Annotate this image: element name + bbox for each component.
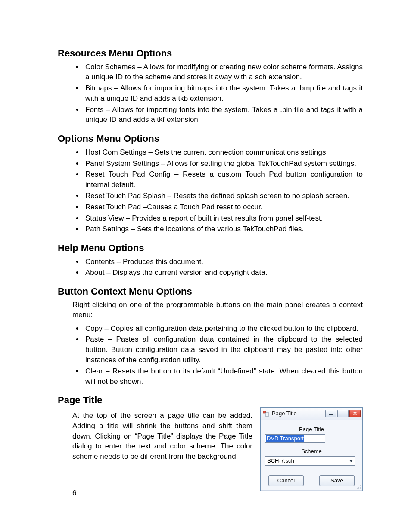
list-item: Reset Touch Pad Splash – Resets the defi… (72, 191, 363, 201)
svg-point-2 (360, 485, 361, 486)
list-item: Panel System Settings – Allows for setti… (72, 159, 363, 169)
page-title-input[interactable]: DVD Transport (265, 434, 325, 443)
scheme-combobox[interactable]: SCH-7.sch (265, 456, 355, 466)
svg-point-6 (358, 488, 359, 489)
list-options: Host Com Settings – Sets the current con… (72, 147, 363, 234)
section-resources: Resources Menu Options Color Schemes – A… (58, 47, 363, 125)
resize-grip-icon[interactable] (356, 485, 361, 490)
list-item: Copy – Copies all configuration data per… (72, 324, 363, 334)
cancel-button[interactable]: Cancel (268, 475, 304, 486)
cancel-button-label: Cancel (277, 477, 295, 484)
heading-context: Button Context Menu Options (58, 286, 363, 298)
list-item: Path Settings – Sets the locations of th… (72, 224, 363, 234)
list-context: Copy – Copies all configuration data per… (72, 324, 363, 387)
list-item: Reset Touch Pad –Causes a Touch Pad rese… (72, 202, 363, 212)
list-resources: Color Schemes – Allows for modifying or … (72, 62, 363, 125)
minimize-icon (329, 414, 333, 415)
list-item: About – Displays the current version and… (72, 268, 363, 278)
dialog-titlebar[interactable]: Page Title ✕ (261, 408, 362, 420)
svg-point-5 (360, 488, 361, 489)
save-button-label: Save (330, 477, 343, 484)
page-title-body: At the top of the screen a page title ca… (72, 411, 252, 462)
chevron-down-icon (349, 460, 353, 462)
app-icon (263, 411, 269, 417)
scheme-field-label: Scheme (265, 448, 358, 454)
maximize-icon (341, 412, 345, 415)
scheme-value: SCH-7.sch (267, 457, 294, 464)
context-lead: Right clicking on one of the programmabl… (72, 300, 363, 320)
heading-page-title: Page Title (58, 394, 363, 406)
section-options: Options Menu Options Host Com Settings –… (58, 133, 363, 234)
list-item: Bitmaps – Allows for importing bitmaps i… (72, 83, 363, 104)
list-item: Status View – Provides a report of built… (72, 213, 363, 224)
section-page-title: Page Title At the top of the screen a pa… (58, 394, 363, 491)
list-item: Contents – Produces this document. (72, 257, 363, 267)
close-icon: ✕ (353, 411, 357, 417)
section-help: Help Menu Options Contents – Produces th… (58, 242, 363, 278)
maximize-button[interactable] (337, 410, 349, 417)
svg-rect-1 (265, 413, 269, 416)
list-item: Color Schemes – Allows for modifying or … (72, 62, 363, 83)
list-item: Clear – Resets the button to its default… (72, 366, 363, 387)
heading-options: Options Menu Options (58, 133, 363, 145)
heading-resources: Resources Menu Options (58, 47, 363, 59)
heading-help: Help Menu Options (58, 242, 363, 254)
svg-point-4 (358, 487, 359, 488)
page-title-field-label: Page Title (265, 426, 358, 432)
section-context: Button Context Menu Options Right clicki… (58, 286, 363, 386)
dialog-body: Page Title DVD Transport Scheme SCH-7.sc… (261, 420, 362, 467)
list-item: Reset Touch Pad Config – Resets a custom… (72, 169, 363, 190)
page-title-dialog: Page Title ✕ Page Title DVD Transport Sc… (260, 407, 363, 491)
minimize-button[interactable] (325, 410, 336, 417)
list-help: Contents – Produces this document. About… (72, 257, 363, 278)
list-item: Host Com Settings – Sets the current con… (72, 147, 363, 158)
save-button[interactable]: Save (319, 475, 355, 486)
svg-point-7 (357, 488, 358, 489)
close-button[interactable]: ✕ (349, 410, 361, 417)
document-page: Resources Menu Options Color Schemes – A… (0, 0, 411, 532)
page-title-input-value: DVD Transport (266, 435, 304, 442)
list-item: Paste – Pastes all configuration data co… (72, 334, 363, 365)
page-number: 6 (72, 489, 76, 498)
list-item: Fonts – Allows for importing fonts into … (72, 105, 363, 125)
svg-point-3 (360, 487, 361, 488)
dialog-title: Page Title (272, 410, 325, 417)
